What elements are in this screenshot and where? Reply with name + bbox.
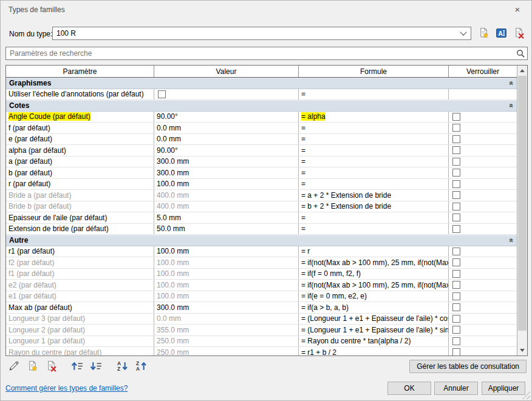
- param-formula-cell[interactable]: = Rayon du centre * tan(alpha / 2): [299, 336, 449, 347]
- param-formula-cell[interactable]: =: [299, 212, 449, 223]
- param-value-cell[interactable]: 400.0 mm: [154, 201, 299, 212]
- param-name-cell[interactable]: Utiliser l'échelle d'annotations (par dé…: [6, 89, 154, 100]
- collapse-chevron-icon[interactable]: «: [508, 238, 516, 243]
- lock-checkbox[interactable]: [452, 315, 460, 323]
- lock-checkbox[interactable]: [452, 158, 460, 166]
- param-value-cell[interactable]: 300.0 mm: [154, 167, 299, 178]
- manage-lookup-tables-button[interactable]: Gérer les tables de consultation: [409, 360, 527, 373]
- param-formula-cell[interactable]: =: [299, 123, 449, 133]
- param-name-cell[interactable]: f (par défaut): [6, 123, 154, 133]
- param-name-cell[interactable]: Extension de bride (par défaut): [6, 224, 154, 235]
- param-name-cell[interactable]: Epaisseur de l'aile (par défaut): [6, 212, 154, 223]
- move-parameter-up-button[interactable]: [70, 359, 84, 373]
- delete-parameter-button[interactable]: [44, 359, 58, 373]
- param-value-cell[interactable]: 90.00°: [154, 145, 299, 156]
- collapse-chevron-icon[interactable]: «: [508, 81, 516, 86]
- lock-checkbox[interactable]: [452, 292, 460, 300]
- param-value-cell[interactable]: 100.0 mm: [154, 280, 299, 291]
- param-formula-cell[interactable]: = alpha: [299, 112, 449, 123]
- lock-checkbox[interactable]: [452, 135, 460, 143]
- lock-checkbox[interactable]: [452, 281, 460, 289]
- apply-button[interactable]: Appliquer: [482, 382, 525, 395]
- param-value-cell[interactable]: 300.0 mm: [154, 302, 299, 313]
- lock-checkbox[interactable]: [452, 124, 460, 132]
- scroll-down-button[interactable]: [517, 345, 527, 356]
- param-value-cell[interactable]: 100.0 mm: [154, 179, 299, 190]
- param-value-cell[interactable]: [154, 89, 299, 100]
- sort-descending-button[interactable]: Z A: [134, 359, 148, 373]
- cancel-button[interactable]: Annuler: [434, 382, 478, 395]
- value-checkbox[interactable]: [158, 90, 166, 98]
- rename-type-button[interactable]: A: [495, 27, 507, 39]
- param-name-cell[interactable]: Rayon du centre (par défaut): [6, 347, 154, 356]
- param-formula-cell[interactable]: = a + 2 * Extension de bride: [299, 190, 449, 201]
- param-name-cell[interactable]: a (par défaut): [6, 157, 154, 167]
- new-parameter-button[interactable]: [25, 359, 39, 373]
- sort-ascending-button[interactable]: A Z: [115, 359, 129, 373]
- lock-checkbox[interactable]: [452, 225, 460, 233]
- param-formula-cell[interactable]: = if(not(Max ab > 100 mm), 25 mm, if(not…: [299, 257, 449, 268]
- param-value-cell[interactable]: 90.00°: [154, 112, 299, 123]
- lock-checkbox[interactable]: [452, 146, 460, 154]
- move-parameter-down-button[interactable]: [89, 359, 103, 373]
- lock-checkbox[interactable]: [452, 270, 460, 278]
- lock-checkbox[interactable]: [452, 180, 460, 188]
- param-formula-cell[interactable]: = r1 + b / 2: [299, 347, 449, 356]
- param-value-cell[interactable]: 0.0 mm: [154, 123, 299, 133]
- param-name-cell[interactable]: Angle Coude (par défaut): [6, 112, 154, 123]
- lock-checkbox[interactable]: [452, 169, 460, 177]
- lock-checkbox[interactable]: [452, 326, 460, 334]
- vertical-scrollbar[interactable]: [517, 66, 527, 356]
- param-formula-cell[interactable]: =: [299, 89, 449, 100]
- param-value-cell[interactable]: 300.0 mm: [154, 157, 299, 167]
- lock-checkbox[interactable]: [452, 191, 460, 199]
- param-value-cell[interactable]: 250.0 mm: [154, 336, 299, 347]
- param-value-cell[interactable]: 0.0 mm: [154, 314, 299, 325]
- lock-checkbox[interactable]: [452, 348, 460, 356]
- param-name-cell[interactable]: e (par défaut): [6, 134, 154, 145]
- param-formula-cell[interactable]: = (Longueur 1 + e1 + Epaisseur de l'aile…: [299, 325, 449, 335]
- collapse-chevron-icon[interactable]: «: [508, 104, 516, 108]
- param-formula-cell[interactable]: = if(e = 0 mm, e2, e): [299, 291, 449, 302]
- param-name-cell[interactable]: Longueur 3 (par défaut): [6, 314, 154, 325]
- param-name-cell[interactable]: Longueur 2 (par défaut): [6, 325, 154, 335]
- section-header-graphismes[interactable]: Graphismes«: [6, 78, 517, 89]
- param-formula-cell[interactable]: = b + 2 * Extension de bride: [299, 201, 449, 212]
- param-formula-cell[interactable]: =: [299, 179, 449, 190]
- param-name-cell[interactable]: Longueur 1 (par défaut): [6, 336, 154, 347]
- param-name-cell[interactable]: e2 (par défaut): [6, 280, 154, 291]
- param-value-cell[interactable]: 355.0 mm: [154, 325, 299, 335]
- search-input[interactable]: [6, 49, 514, 58]
- lock-checkbox[interactable]: [452, 303, 460, 311]
- param-name-cell[interactable]: b (par défaut): [6, 167, 154, 178]
- param-value-cell[interactable]: 100.0 mm: [154, 246, 299, 257]
- param-value-cell[interactable]: 100.0 mm: [154, 257, 299, 268]
- lock-checkbox[interactable]: [452, 203, 460, 211]
- param-value-cell[interactable]: 50.0 mm: [154, 224, 299, 235]
- lock-checkbox[interactable]: [452, 258, 460, 266]
- param-name-cell[interactable]: f1 (par défaut): [6, 269, 154, 280]
- param-formula-cell[interactable]: =: [299, 157, 449, 167]
- param-formula-cell[interactable]: =: [299, 134, 449, 145]
- param-name-cell[interactable]: r (par défaut): [6, 179, 154, 190]
- param-formula-cell[interactable]: = if(not(Max ab > 100 mm), 25 mm, if(not…: [299, 280, 449, 291]
- param-formula-cell[interactable]: = r: [299, 246, 449, 257]
- param-formula-cell[interactable]: =: [299, 145, 449, 156]
- delete-type-button[interactable]: [513, 27, 525, 39]
- param-formula-cell[interactable]: = if(f = 0 mm, f2, f): [299, 269, 449, 280]
- section-header-autre[interactable]: Autre«: [6, 235, 517, 246]
- param-formula-cell[interactable]: =: [299, 167, 449, 178]
- type-name-combobox[interactable]: 100 R: [52, 27, 471, 40]
- param-name-cell[interactable]: e1 (par défaut): [6, 291, 154, 302]
- param-value-cell[interactable]: 400.0 mm: [154, 190, 299, 201]
- scrollbar-thumb[interactable]: [518, 76, 527, 331]
- param-name-cell[interactable]: f2 (par défaut): [6, 257, 154, 268]
- edit-parameter-button[interactable]: [6, 359, 21, 373]
- param-value-cell[interactable]: 100.0 mm: [154, 291, 299, 302]
- param-value-cell[interactable]: 100.0 mm: [154, 269, 299, 280]
- param-name-cell[interactable]: r1 (par défaut): [6, 246, 154, 257]
- param-formula-cell[interactable]: =: [299, 224, 449, 235]
- param-name-cell[interactable]: Bride a (par défaut): [6, 190, 154, 201]
- param-formula-cell[interactable]: = (Longueur 1 + e1 + Epaisseur de l'aile…: [299, 314, 449, 325]
- lock-checkbox[interactable]: [452, 113, 460, 121]
